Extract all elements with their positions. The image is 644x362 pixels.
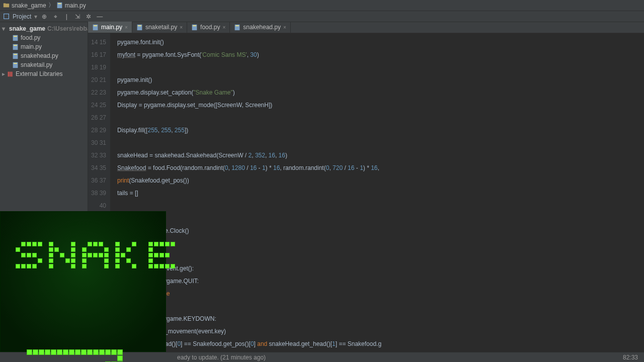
close-icon[interactable]: × bbox=[180, 25, 183, 30]
svg-rect-17 bbox=[138, 25, 141, 26]
dropdown-icon[interactable]: ▾ bbox=[34, 13, 37, 20]
settings-icon[interactable]: ✲ bbox=[85, 13, 93, 21]
svg-rect-15 bbox=[94, 25, 97, 26]
close-icon[interactable]: × bbox=[283, 25, 286, 30]
tree-external-libs[interactable]: ▸ External Libraries bbox=[0, 69, 88, 78]
breadcrumb-file-label: main.py bbox=[65, 2, 86, 9]
tree-file-label: snaketail.py bbox=[21, 61, 52, 68]
tab-label: snaketail.py bbox=[145, 24, 177, 31]
tree-file[interactable]: main.py bbox=[0, 42, 88, 51]
svg-rect-12 bbox=[10, 71, 11, 76]
hide-icon[interactable]: — bbox=[96, 13, 104, 21]
library-icon bbox=[7, 71, 14, 77]
chevron-right-icon: ▸ bbox=[2, 70, 5, 77]
svg-rect-21 bbox=[236, 25, 239, 26]
cursor-position: 82:33 bbox=[623, 354, 638, 361]
project-label: Project bbox=[13, 13, 31, 20]
project-icon bbox=[3, 13, 10, 20]
svg-rect-4 bbox=[14, 36, 17, 37]
close-icon[interactable]: × bbox=[125, 25, 128, 30]
tree-file[interactable]: snaketail.py bbox=[0, 60, 88, 69]
breadcrumb: snake_game 〉 main.py bbox=[0, 0, 644, 11]
chevron-down-icon: ▾ bbox=[2, 25, 5, 32]
close-icon[interactable]: × bbox=[222, 25, 225, 30]
editor-tab[interactable]: snakehead.py× bbox=[230, 22, 291, 33]
tree-file[interactable]: food.py bbox=[0, 33, 88, 42]
divider: | bbox=[62, 13, 70, 21]
tab-label: food.py bbox=[200, 24, 220, 31]
folder-icon bbox=[3, 2, 10, 9]
breadcrumb-project[interactable]: snake_game bbox=[3, 2, 46, 9]
status-message: eady to update. (21 minutes ago) bbox=[177, 354, 266, 361]
breadcrumb-project-label: snake_game bbox=[12, 2, 46, 9]
svg-rect-2 bbox=[4, 14, 9, 19]
editor-tabs: main.py×snaketail.py×food.py×snakehead.p… bbox=[88, 22, 644, 33]
svg-rect-8 bbox=[14, 54, 17, 55]
breadcrumb-file[interactable]: main.py bbox=[56, 2, 86, 9]
editor-tab[interactable]: main.py× bbox=[88, 22, 132, 33]
tree-file[interactable]: snakehead.py bbox=[0, 51, 88, 60]
svg-rect-10 bbox=[14, 63, 17, 64]
tree-root[interactable]: ▾ snake_game C:\Users\rebba bbox=[0, 24, 88, 33]
tab-label: snakehead.py bbox=[243, 24, 281, 31]
code-editor[interactable]: 14 15 16 17 18 19 20 21 22 23 24 25 26 2… bbox=[88, 33, 644, 352]
code-content[interactable]: pygame.font.init() myfont = pygame.font.… bbox=[110, 33, 644, 352]
tree-root-path: C:\Users\rebba bbox=[47, 25, 88, 32]
chevron-right-icon: 〉 bbox=[48, 1, 54, 10]
svg-rect-13 bbox=[11, 71, 12, 76]
expand-icon[interactable]: ⇲ bbox=[73, 13, 82, 21]
svg-rect-6 bbox=[14, 45, 17, 46]
tree-root-label: snake_game bbox=[9, 25, 45, 32]
tab-label: main.py bbox=[101, 24, 122, 31]
tree-file-label: food.py bbox=[21, 34, 40, 41]
project-toolbar: Project ▾ ⊕ ⌖ | ⇲ ✲ — bbox=[0, 11, 644, 22]
collapse-icon[interactable]: ⊕ bbox=[40, 13, 48, 21]
editor-tab[interactable]: snaketail.py× bbox=[132, 22, 187, 33]
snake-overlay bbox=[0, 211, 166, 352]
svg-rect-19 bbox=[193, 25, 196, 26]
tree-file-label: main.py bbox=[21, 43, 42, 50]
svg-rect-1 bbox=[58, 3, 61, 4]
tree-file-label: snakehead.py bbox=[21, 52, 58, 59]
svg-rect-11 bbox=[8, 71, 9, 76]
python-file-icon bbox=[56, 2, 63, 9]
tree-ext-label: External Libraries bbox=[16, 70, 62, 77]
locate-icon[interactable]: ⌖ bbox=[51, 13, 59, 21]
editor-tab[interactable]: food.py× bbox=[187, 22, 230, 33]
